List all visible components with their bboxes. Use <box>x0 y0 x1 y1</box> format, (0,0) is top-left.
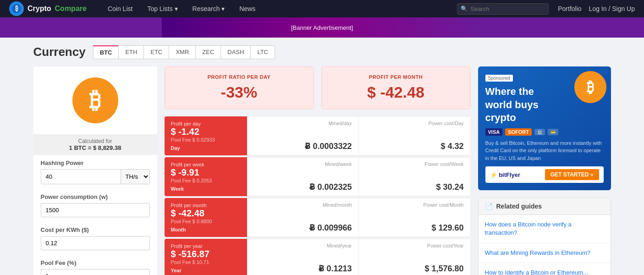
pool-fee-input[interactable] <box>41 269 150 275</box>
mined-value-week: Ƀ 0.002325 <box>253 182 352 192</box>
profit-label-month: Profit per month <box>171 203 241 208</box>
search-wrap: 🔍 <box>457 3 549 15</box>
pool-fee-week: Pool Fee $ 0.2053 <box>171 178 241 183</box>
content-grid: ₿ Calculated for 1 BTC = $ 8,829.38 Hash… <box>33 66 611 275</box>
nav-news[interactable]: News <box>232 0 263 17</box>
profit-month-label: PROFIT PER MONTH <box>331 74 461 80</box>
guide-item-0[interactable]: How does a Bitcoin node verify a transac… <box>479 215 611 243</box>
nav-right: Portfolio Log In / Sign Up <box>558 5 635 12</box>
mined-value-month: Ƀ 0.009966 <box>253 223 352 233</box>
cost-per-kwh-input[interactable] <box>41 236 150 250</box>
related-guides-box: 📄 Related guides How does a Bitcoin node… <box>478 198 611 275</box>
search-icon: 🔍 <box>461 6 468 12</box>
ad-logos: VISA SOFORT 🏦 💳 <box>485 128 604 136</box>
tab-btc[interactable]: BTC <box>93 45 119 59</box>
profit-value-year: $ -516.87 <box>171 249 241 259</box>
summary-row: PROFIT RATIO PER DAY -33% PROFIT PER MON… <box>165 66 471 109</box>
hashing-power-input[interactable] <box>41 169 121 184</box>
power-consumption-input[interactable] <box>41 203 150 217</box>
pool-fee-month: Pool Fee $ 0.8800 <box>171 219 241 224</box>
data-cell-mid-year: Mined/year Ƀ 0.1213 <box>247 239 359 275</box>
brand-text-compare: Compare <box>55 5 87 13</box>
data-cell-mid-week: Mined/week Ƀ 0.002325 <box>247 157 359 196</box>
middle-panel: PROFIT RATIO PER DAY -33% PROFIT PER MON… <box>165 66 471 275</box>
power-value-month: $ 129.60 <box>365 223 464 233</box>
hashing-power-label: Hashing Power <box>41 160 150 166</box>
nav-top-lists[interactable]: Top Lists ▾ <box>140 0 185 17</box>
power-consumption-group: Power consumption (w) <box>33 189 157 222</box>
guide-item-2[interactable]: How to Identify a Bitcoin or Ethereum... <box>479 263 611 275</box>
page-container: Currency BTC ETH ETC XMR ZEC DASH LTC ₿ … <box>24 38 620 275</box>
tab-zec[interactable]: ZEC <box>195 45 220 59</box>
data-cell-mid-month: Mined/month Ƀ 0.009966 <box>247 198 359 237</box>
brand-logo[interactable]: ₿ CryptoCompare <box>9 1 87 16</box>
period-tag-year: Year <box>171 268 241 273</box>
power-value-year: $ 1,576.80 <box>365 264 464 274</box>
tab-eth[interactable]: ETH <box>118 45 143 59</box>
calculated-for-value: 1 BTC = $ 8,829.38 <box>37 144 154 151</box>
calculated-for-label: Calculated for <box>37 138 154 144</box>
mined-label-year: Mined/year <box>253 243 352 248</box>
profit-label-week: Profit per week <box>171 162 241 167</box>
calculated-for: Calculated for 1 BTC = $ 8,829.38 <box>33 134 157 155</box>
data-cell-mid-day: Mined/day Ƀ 0.0003322 <box>247 116 359 155</box>
nav-research[interactable]: Research ▾ <box>185 0 232 17</box>
power-label-year: Power cost/Year <box>365 243 464 248</box>
power-label-week: Power cost/Week <box>365 161 464 167</box>
btc-ad-icon: ₿ <box>574 71 606 103</box>
profit-label-day: Profit per day <box>171 121 241 126</box>
period-tag-day: Day <box>171 145 241 151</box>
data-cell-left-month: Profit per month $ -42.48 Pool Fee $ 0.8… <box>165 198 247 237</box>
profit-ratio-label: PROFIT RATIO PER DAY <box>174 74 304 80</box>
tab-xmr[interactable]: XMR <box>169 45 195 59</box>
left-panel: ₿ Calculated for 1 BTC = $ 8,829.38 Hash… <box>33 66 157 275</box>
data-cell-left-day: Profit per day $ -1.42 Pool Fee $ 0.0293… <box>165 116 247 155</box>
profit-ratio-value: -33% <box>174 83 304 101</box>
hashing-power-group: Hashing Power TH/s GH/s <box>33 155 157 189</box>
ad-desc: Buy & sell Bitcoin, Ethereum and more in… <box>485 139 604 162</box>
power-consumption-label: Power consumption (w) <box>41 193 150 200</box>
related-guides-title: Related guides <box>496 203 542 210</box>
payment-logo-4: 💳 <box>548 129 558 135</box>
data-rows: Profit per day $ -1.42 Pool Fee $ 0.0293… <box>165 116 471 275</box>
currency-tabs: BTC ETH ETC XMR ZEC DASH LTC <box>93 45 275 59</box>
tab-dash[interactable]: DASH <box>220 45 250 59</box>
profit-value-day: $ -1.42 <box>171 126 241 137</box>
hashing-power-unit-select[interactable]: TH/s GH/s <box>121 169 150 184</box>
period-tag-month: Month <box>171 227 241 232</box>
portfolio-link[interactable]: Portfolio <box>558 5 581 12</box>
get-started-button[interactable]: GET STARTED » <box>545 169 599 180</box>
brand-text-crypto: Crypto <box>28 5 51 13</box>
data-row-year: Profit per year $ -516.87 Pool Fee $ 10.… <box>165 239 471 275</box>
sofort-logo: SOFORT <box>505 128 532 136</box>
bitflyer-logo: ⚡ bitFlyer <box>490 171 521 178</box>
profit-label-year: Profit per year <box>171 243 241 249</box>
profit-ratio-card: PROFIT RATIO PER DAY -33% <box>165 66 314 109</box>
data-row-week: Profit per week $ -9.91 Pool Fee $ 0.205… <box>165 157 471 196</box>
pool-fee-group: Pool Fee (%) <box>33 255 157 275</box>
ad-box: ₿ Sponsored Where the world buys crypto … <box>478 66 611 190</box>
mined-label-week: Mined/week <box>253 161 352 167</box>
bitflyer-bar: ⚡ bitFlyer GET STARTED » <box>485 166 604 183</box>
pool-fee-year: Pool Fee $ 10.71 <box>171 259 241 265</box>
data-row-month: Profit per month $ -42.48 Pool Fee $ 0.8… <box>165 198 471 237</box>
login-link[interactable]: Log In / Sign Up <box>589 5 635 12</box>
tab-ltc[interactable]: LTC <box>250 45 275 59</box>
banner-image: [Banner Advertisement] <box>162 17 483 38</box>
data-row-day: Profit per day $ -1.42 Pool Fee $ 0.0293… <box>165 116 471 155</box>
guide-item-1[interactable]: What are Mining Rewards in Ethereum? <box>479 243 611 263</box>
data-cell-left-week: Profit per week $ -9.91 Pool Fee $ 0.205… <box>165 157 247 196</box>
search-input[interactable] <box>457 3 549 15</box>
power-label-day: Power cost/Day <box>365 121 464 126</box>
cost-per-kwh-label: Cost per KWh ($) <box>41 226 150 233</box>
svg-text:₿: ₿ <box>15 5 18 12</box>
btc-logo-wrap: ₿ <box>33 66 157 134</box>
period-tag-week: Week <box>171 186 241 192</box>
profit-month-value: $ -42.48 <box>331 83 461 101</box>
visa-logo: VISA <box>485 128 503 136</box>
nav-coin-list[interactable]: Coin List <box>100 0 140 17</box>
nav-links: Coin List Top Lists ▾ Research ▾ News <box>100 0 448 17</box>
tab-etc[interactable]: ETC <box>143 45 169 59</box>
power-value-day: $ 4.32 <box>365 142 464 151</box>
related-guides-header: 📄 Related guides <box>479 198 611 215</box>
